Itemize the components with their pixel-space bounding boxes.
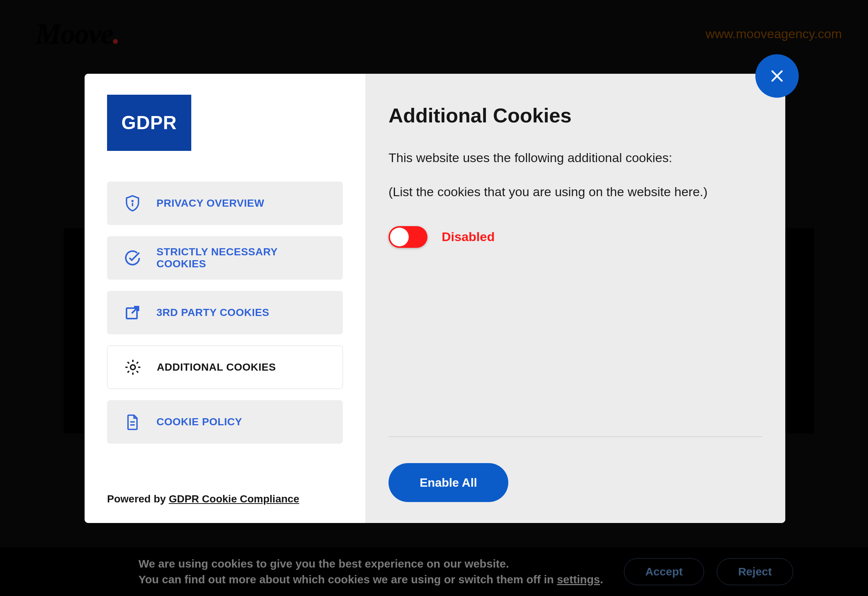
- check-circle-icon: [124, 249, 141, 267]
- gear-icon: [124, 358, 142, 376]
- sidebar-item-label: 3RD PARTY COOKIES: [156, 307, 269, 319]
- panel-text-1: This website uses the following addition…: [389, 149, 762, 167]
- cookie-settings-modal: GDPR PRIVACY OVERVIEW STRICTLY NECESSARY…: [85, 74, 785, 523]
- cookie-bar-line2-suffix: .: [600, 573, 603, 586]
- panel-divider: [389, 437, 762, 437]
- enable-all-button[interactable]: Enable All: [389, 463, 508, 502]
- cookie-bar-text: We are using cookies to give you the bes…: [138, 556, 611, 587]
- sidebar-item-label: COOKIE POLICY: [156, 416, 242, 428]
- document-icon: [124, 413, 141, 431]
- sidebar-item-privacy-overview[interactable]: PRIVACY OVERVIEW: [107, 182, 343, 225]
- sidebar-item-additional-cookies[interactable]: ADDITIONAL COOKIES: [107, 346, 343, 389]
- toggle-row: Disabled: [389, 226, 762, 248]
- modal-panel: Additional Cookies This website uses the…: [365, 74, 785, 523]
- cookie-consent-bar: We are using cookies to give you the bes…: [0, 547, 868, 596]
- powered-by: Powered by GDPR Cookie Compliance: [107, 493, 343, 505]
- settings-link[interactable]: settings: [557, 573, 600, 586]
- external-link-icon: [124, 304, 141, 322]
- gdpr-badge: GDPR: [107, 95, 191, 151]
- sidebar-item-third-party[interactable]: 3RD PARTY COOKIES: [107, 291, 343, 334]
- cookie-toggle[interactable]: [389, 226, 427, 248]
- reject-button[interactable]: Reject: [717, 558, 793, 585]
- cookie-bar-line1: We are using cookies to give you the bes…: [138, 557, 509, 570]
- svg-point-2: [132, 201, 133, 201]
- powered-prefix: Powered by: [107, 493, 169, 505]
- toggle-state-label: Disabled: [442, 229, 495, 244]
- sidebar-item-label: PRIVACY OVERVIEW: [156, 197, 264, 209]
- panel-title: Additional Cookies: [389, 104, 762, 127]
- modal-sidebar: GDPR PRIVACY OVERVIEW STRICTLY NECESSARY…: [85, 74, 365, 523]
- close-icon: [769, 68, 785, 84]
- close-button[interactable]: [755, 54, 799, 98]
- powered-link[interactable]: GDPR Cookie Compliance: [169, 493, 299, 505]
- sidebar-item-strictly-necessary[interactable]: STRICTLY NECESSARY COOKIES: [107, 236, 343, 280]
- toggle-knob: [390, 228, 409, 246]
- svg-point-6: [131, 365, 135, 370]
- shield-info-icon: [124, 194, 141, 212]
- sidebar-nav: PRIVACY OVERVIEW STRICTLY NECESSARY COOK…: [107, 182, 343, 444]
- sidebar-item-label: STRICTLY NECESSARY COOKIES: [156, 246, 326, 270]
- panel-text-2: (List the cookies that you are using on …: [389, 183, 762, 201]
- sidebar-item-cookie-policy[interactable]: COOKIE POLICY: [107, 400, 343, 444]
- accept-button[interactable]: Accept: [624, 558, 704, 585]
- sidebar-item-label: ADDITIONAL COOKIES: [157, 361, 276, 373]
- cookie-bar-line2-prefix: You can find out more about which cookie…: [138, 573, 557, 586]
